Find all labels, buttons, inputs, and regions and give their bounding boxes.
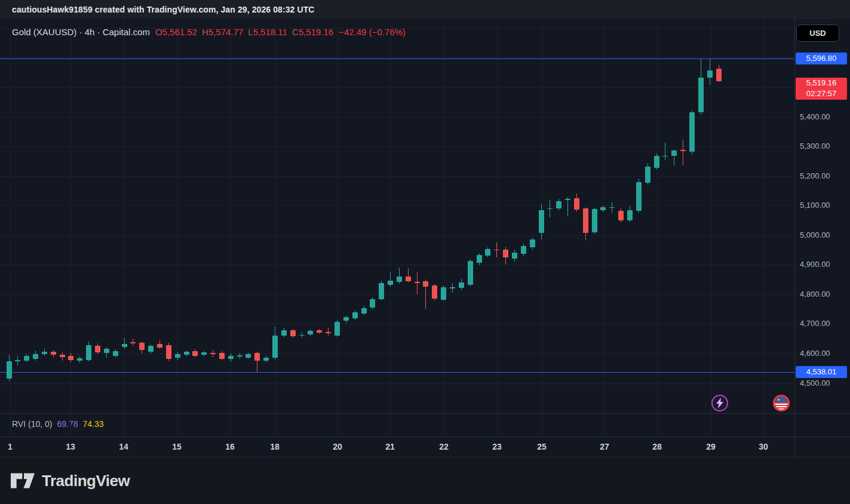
candle xyxy=(219,353,225,359)
v-gridline xyxy=(10,414,11,437)
candle-countdown: 02:27:57 xyxy=(796,88,847,99)
candle xyxy=(77,358,82,361)
candle xyxy=(716,69,722,81)
time-tick-label: 14 xyxy=(112,442,136,451)
candle xyxy=(113,351,118,356)
candle xyxy=(272,336,278,358)
currency-button[interactable]: USD xyxy=(796,24,839,42)
candle xyxy=(15,360,20,361)
candle xyxy=(468,261,473,285)
v-gridline xyxy=(177,414,177,437)
time-tick-label: 27 xyxy=(593,442,616,451)
candle xyxy=(290,330,296,336)
ohlc-values: O5,561.52H5,574.77L5,518.11C5,519.16 xyxy=(155,27,333,37)
candle xyxy=(388,281,393,285)
candle xyxy=(556,201,561,208)
change-value: −42.49 (−0.76%) xyxy=(339,27,406,37)
last-price-badge: 5,519.16 02:27:57 xyxy=(796,78,847,100)
price-tick-label: 5,200.00 xyxy=(800,171,830,180)
candle xyxy=(645,167,650,183)
h-gridline xyxy=(0,354,794,354)
v-gridline xyxy=(657,414,658,437)
rvi-legend: RVI (10, 0) 69.78 74.33 xyxy=(12,419,104,429)
rvi-indicator-pane[interactable]: RVI (10, 0) 69.78 74.33 xyxy=(0,414,794,437)
time-tick-label: 15 xyxy=(165,442,189,451)
h-gridline xyxy=(0,176,794,177)
candle xyxy=(104,349,109,353)
price-tick-label: 4,900.00 xyxy=(800,260,830,269)
ohlc-pair: O5,561.52 xyxy=(155,27,197,37)
candle xyxy=(547,208,553,209)
price-tick-label: 5,000.00 xyxy=(800,231,830,239)
v-gridline xyxy=(124,414,124,437)
candle xyxy=(609,207,615,208)
candle-wick xyxy=(665,143,665,160)
candle xyxy=(60,355,65,357)
price-tick-label: 5,400.00 xyxy=(800,112,830,121)
candle xyxy=(432,285,437,299)
time-tick-label: 30 xyxy=(751,442,775,451)
low-price-badge: 4,538.01 xyxy=(796,366,847,378)
candle xyxy=(254,353,260,361)
candle xyxy=(600,207,606,210)
price-tick-label: 4,500.00 xyxy=(800,379,830,388)
price-chart-pane[interactable] xyxy=(0,19,794,413)
price-axis[interactable]: USD 5,596.80 5,519.16 02:27:57 4,538.01 … xyxy=(795,19,850,457)
candle xyxy=(175,354,180,358)
candle xyxy=(415,282,420,283)
time-tick-label: 22 xyxy=(432,442,456,451)
tradingview-logo-text: TradingView xyxy=(42,472,130,490)
ohlc-pair: H5,574.77 xyxy=(202,27,243,37)
tradingview-logo-icon xyxy=(11,473,35,488)
h-gridline xyxy=(0,294,794,295)
time-tick-label: 16 xyxy=(218,442,242,451)
candle xyxy=(689,112,695,152)
time-tick-label: 29 xyxy=(699,442,723,451)
candle xyxy=(574,198,579,210)
candle xyxy=(539,210,544,233)
time-tick-label: 21 xyxy=(378,442,402,451)
time-tick-label: 23 xyxy=(485,442,509,451)
h-gridline xyxy=(0,383,794,384)
time-tick-label: 13 xyxy=(59,442,82,451)
candle xyxy=(565,199,570,199)
v-gridline xyxy=(230,414,231,437)
candle xyxy=(139,343,145,350)
candle xyxy=(299,335,305,336)
candle xyxy=(450,287,455,288)
candle xyxy=(42,352,47,354)
candle xyxy=(33,354,38,359)
candle xyxy=(237,355,243,357)
v-gridline xyxy=(604,414,605,437)
high-price-badge: 5,596.80 xyxy=(796,53,847,64)
candle xyxy=(680,150,686,151)
candle xyxy=(441,287,446,300)
candle xyxy=(184,352,189,355)
h-gridline xyxy=(0,117,794,118)
candle xyxy=(308,331,313,334)
tradingview-logo[interactable]: TradingView xyxy=(11,472,130,490)
lightning-icon[interactable] xyxy=(711,395,728,411)
candle xyxy=(503,250,508,257)
candle xyxy=(335,322,340,336)
price-level-line xyxy=(0,59,794,59)
candle xyxy=(485,249,490,256)
price-tick-label: 4,600.00 xyxy=(800,349,830,358)
candle xyxy=(192,351,198,356)
h-gridline xyxy=(0,324,794,324)
candle xyxy=(627,210,633,221)
h-gridline xyxy=(0,205,794,206)
last-price-value: 5,519.16 xyxy=(796,78,847,88)
time-axis[interactable]: 11314151618202122232527282930 xyxy=(0,437,794,457)
candle xyxy=(707,70,713,78)
candle xyxy=(370,299,375,308)
v-gridline xyxy=(763,19,764,413)
v-gridline xyxy=(337,414,338,437)
candle xyxy=(583,208,588,233)
low-price-value: 4,538.01 xyxy=(806,367,837,376)
candle-wick xyxy=(683,140,683,165)
candle xyxy=(157,344,162,347)
v-gridline xyxy=(390,414,391,437)
v-gridline xyxy=(444,19,444,413)
candle xyxy=(166,345,171,359)
